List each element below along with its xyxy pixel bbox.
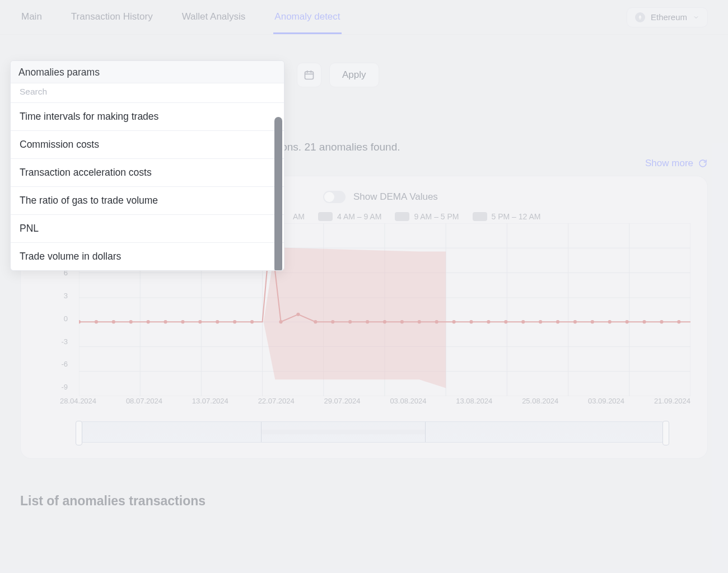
anomalies-params-popover: Anomalies params Search Time intervals f…: [10, 60, 284, 271]
anomalies-list-heading: List of anomalies transactions: [0, 459, 728, 509]
popover-title: Anomalies params: [11, 61, 284, 83]
timeline-scrubber[interactable]: [78, 421, 667, 443]
chain-selector[interactable]: Ethereum: [627, 7, 708, 27]
legend-item[interactable]: 5 PM – 12 AM: [473, 212, 541, 221]
svg-point-45: [521, 320, 525, 323]
popover-option-list[interactable]: Time intervals for making trades Commiss…: [11, 102, 284, 270]
top-bar: Main Transaction History Wallet Analysis…: [0, 0, 728, 35]
scrubber-mini-shape: [261, 422, 426, 442]
popover-option[interactable]: Transaction acceleration costs: [11, 158, 284, 186]
tab-anomaly-detect[interactable]: Anomaly detect: [273, 0, 341, 34]
svg-point-26: [181, 320, 184, 323]
chain-label: Ethereum: [651, 12, 687, 22]
tab-wallet-analysis[interactable]: Wallet Analysis: [181, 0, 247, 34]
svg-rect-0: [305, 72, 314, 79]
popover-option[interactable]: Time intervals for making trades: [11, 102, 284, 130]
legend-item[interactable]: AM: [293, 212, 305, 221]
svg-point-37: [383, 320, 386, 323]
svg-point-32: [296, 313, 300, 316]
popover-option[interactable]: The ratio of gas to trade volume: [11, 186, 284, 214]
svg-point-25: [164, 320, 167, 323]
svg-point-27: [198, 320, 202, 323]
svg-point-30: [250, 320, 254, 323]
svg-point-21: [95, 320, 98, 323]
tab-main[interactable]: Main: [20, 0, 43, 34]
show-dema-toggle[interactable]: [323, 191, 346, 203]
show-more-label: Show more: [645, 158, 693, 169]
show-more-button[interactable]: Show more: [645, 158, 708, 169]
calendar-icon: [304, 69, 315, 81]
popover-option[interactable]: Trade volume in dollars: [11, 242, 284, 270]
svg-point-39: [418, 320, 421, 323]
show-dema-label: Show DEMA Values: [353, 191, 438, 203]
svg-point-50: [608, 320, 612, 323]
svg-point-41: [452, 320, 456, 323]
svg-point-35: [348, 320, 352, 323]
popover-scrollbar[interactable]: [274, 117, 282, 270]
apply-button[interactable]: Apply: [329, 63, 379, 87]
svg-point-31: [279, 320, 282, 323]
svg-point-22: [112, 320, 115, 323]
popover-search-input[interactable]: Search: [11, 83, 284, 102]
ethereum-icon: [635, 12, 645, 22]
svg-point-29: [233, 320, 236, 323]
svg-point-20: [79, 320, 81, 323]
tab-transaction-history[interactable]: Transaction History: [70, 0, 154, 34]
svg-point-42: [469, 320, 473, 323]
svg-point-40: [435, 320, 438, 323]
popover-option[interactable]: Commission costs: [11, 130, 284, 158]
svg-point-23: [129, 320, 133, 323]
svg-point-34: [331, 320, 334, 323]
svg-point-33: [314, 320, 317, 323]
tabs: Main Transaction History Wallet Analysis…: [20, 0, 342, 34]
svg-point-48: [573, 320, 577, 323]
svg-point-36: [366, 320, 369, 323]
refresh-icon: [698, 158, 708, 168]
svg-point-53: [660, 320, 663, 323]
x-axis-ticks: 28.04.2024 08.07.2024 13.07.2024 22.07.2…: [60, 397, 690, 414]
svg-point-49: [591, 320, 594, 323]
svg-point-38: [400, 320, 404, 323]
popover-option[interactable]: PNL: [11, 214, 284, 242]
date-picker-button[interactable]: [297, 63, 321, 87]
svg-point-54: [677, 320, 680, 323]
svg-point-46: [539, 320, 542, 323]
svg-point-51: [626, 320, 629, 323]
legend-item[interactable]: 4 AM – 9 AM: [318, 212, 381, 221]
svg-point-47: [556, 320, 559, 323]
chevron-down-icon: [693, 14, 699, 21]
svg-point-43: [487, 320, 490, 323]
svg-point-52: [642, 320, 646, 323]
svg-point-44: [504, 320, 507, 323]
svg-point-24: [147, 320, 150, 323]
svg-point-28: [216, 320, 219, 323]
legend-item[interactable]: 9 AM – 5 PM: [395, 212, 459, 221]
